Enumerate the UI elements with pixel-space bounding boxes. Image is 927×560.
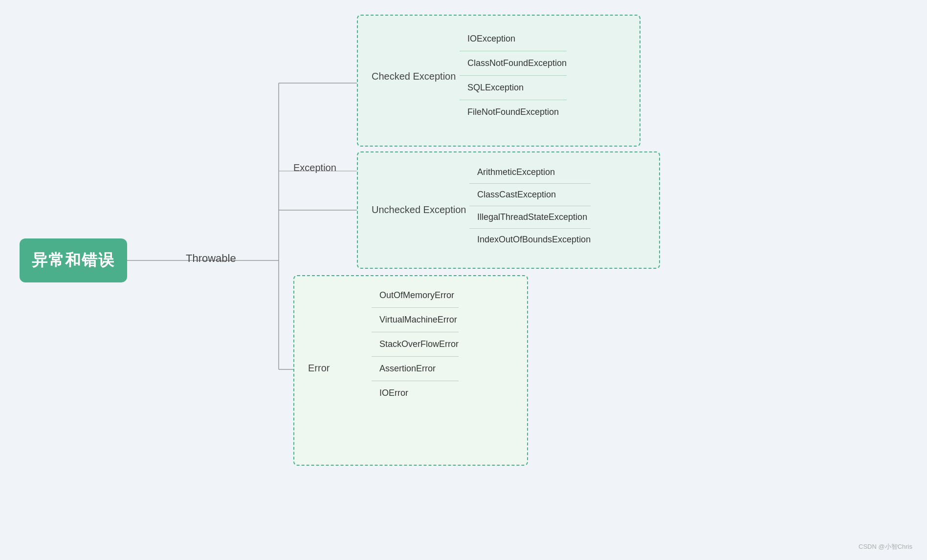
list-item: IOError [372,381,459,405]
exception-label: Exception [293,162,336,173]
canvas: 异常和错误 Throwable Exception Checked Except… [0,0,927,560]
list-item: SQLException [460,76,567,100]
root-label: 异常和错误 [32,250,115,271]
unchecked-items-list: ArithmeticException ClassCastException I… [469,161,591,251]
list-item: IllegalThreadStateException [469,206,591,229]
error-label: Error [308,363,330,374]
unchecked-exception-label: Unchecked Exception [372,204,466,215]
list-item: AssertionError [372,357,459,381]
list-item: FileNotFoundException [460,100,567,124]
list-item: IndexOutOfBoundsException [469,229,591,251]
list-item: ClassNotFoundException [460,51,567,76]
checked-exception-label: Checked Exception [372,71,456,82]
checked-items-list: IOException ClassNotFoundException SQLEx… [460,27,567,124]
list-item: OutOfMemoryError [372,283,459,308]
root-node: 异常和错误 [20,238,127,282]
error-items-list: OutOfMemoryError VirtualMachineError Sta… [372,283,459,405]
throwable-label: Throwable [186,252,236,265]
watermark: CSDN @小智Chris [859,542,912,551]
list-item: ArithmeticException [469,161,591,184]
list-item: ClassCastException [469,184,591,206]
list-item: StackOverFlowError [372,332,459,357]
list-item: IOException [460,27,567,51]
list-item: VirtualMachineError [372,308,459,332]
